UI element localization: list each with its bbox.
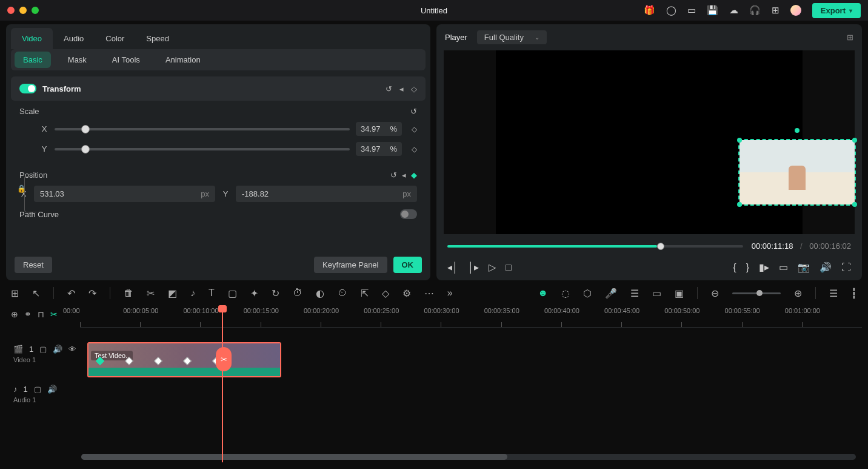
transform-toggle[interactable] xyxy=(19,84,36,93)
more-icon[interactable]: ⋯ xyxy=(424,288,434,299)
playhead[interactable] xyxy=(222,306,223,462)
reset-button[interactable]: Reset xyxy=(15,257,52,273)
export-button[interactable]: Export ▾ xyxy=(812,3,861,18)
ai-icon[interactable]: ☻ xyxy=(538,288,548,299)
snapshot-icon[interactable]: 📷 xyxy=(798,261,810,273)
pos-y-field[interactable] xyxy=(242,189,290,198)
scale-y-value[interactable]: 34.97 % xyxy=(356,142,402,156)
keyframe-tool-icon[interactable]: ◇ xyxy=(382,288,389,299)
preview-icon[interactable]: ◌ xyxy=(561,288,570,299)
subtab-mask[interactable]: Mask xyxy=(59,52,95,68)
tab-audio[interactable]: Audio xyxy=(53,28,95,49)
zoom-slider[interactable] xyxy=(732,292,781,294)
gift-icon[interactable]: 🎁 xyxy=(644,5,655,16)
shield-icon[interactable]: ⬡ xyxy=(583,288,592,299)
scale-reset-icon[interactable]: ↺ xyxy=(410,107,417,116)
zoom-in-icon[interactable]: ⊕ xyxy=(794,288,802,299)
folder-icon[interactable]: ▢ xyxy=(39,345,47,354)
add-track-icon[interactable]: ⊕ xyxy=(11,309,18,319)
scale-y-slider[interactable] xyxy=(55,148,350,150)
mark-in-icon[interactable]: { xyxy=(733,262,736,273)
record-icon[interactable]: ◯ xyxy=(666,5,676,16)
scrollbar-thumb[interactable] xyxy=(81,454,507,460)
mixer-icon[interactable]: ☰ xyxy=(630,288,639,299)
close-window[interactable] xyxy=(7,7,15,14)
user-avatar[interactable] xyxy=(790,5,801,16)
pointer-icon[interactable]: ↖ xyxy=(32,288,40,299)
keyframe-icon[interactable]: ◇ xyxy=(411,84,417,93)
apps-icon[interactable]: ⊞ xyxy=(772,5,780,16)
resize-handle-tl[interactable] xyxy=(737,138,742,143)
scale-x-slider[interactable] xyxy=(55,128,350,130)
timeline-clip[interactable]: Test Video.. xyxy=(87,342,281,377)
history-icon[interactable]: ↻ xyxy=(272,288,279,299)
eye-icon[interactable]: 👁 xyxy=(68,345,76,354)
headphones-icon[interactable]: 🎧 xyxy=(749,5,761,16)
cut-icon[interactable]: ✂ xyxy=(147,288,155,299)
subtab-basic[interactable]: Basic xyxy=(15,52,51,68)
prev-frame-icon[interactable]: ◂│ xyxy=(447,261,458,273)
tab-color[interactable]: Color xyxy=(95,28,135,49)
subtab-aitools[interactable]: AI Tools xyxy=(104,52,149,68)
magnet-icon[interactable]: ⊓ xyxy=(38,309,44,319)
quality-selector[interactable]: Full Quality ⌄ xyxy=(477,30,547,44)
scale-x-keyframe[interactable]: ◇ xyxy=(412,125,417,133)
split-button[interactable]: ✂ xyxy=(216,347,232,371)
tab-speed[interactable]: Speed xyxy=(135,28,180,49)
maximize-window[interactable] xyxy=(32,7,39,14)
timeline-scrollbar[interactable] xyxy=(81,454,856,460)
save-icon[interactable]: 💾 xyxy=(707,5,718,16)
music-icon[interactable]: ♪ xyxy=(190,288,195,299)
undo-icon[interactable]: ↶ xyxy=(67,288,75,299)
keyframe-marker[interactable] xyxy=(154,357,162,365)
folder-icon[interactable]: ▢ xyxy=(34,385,41,394)
ok-button[interactable]: OK xyxy=(393,257,422,273)
mark-out-icon[interactable]: } xyxy=(746,262,749,273)
prev-keyframe-icon[interactable]: ◂ xyxy=(399,84,404,93)
position-prev-kf-icon[interactable]: ◂ xyxy=(402,170,406,180)
lock-icon[interactable]: 🔒 xyxy=(17,184,26,193)
screen-icon[interactable]: ▭ xyxy=(687,5,696,16)
keyframe-marker[interactable] xyxy=(125,357,133,365)
fullscreen-icon[interactable]: ⛶ xyxy=(841,262,851,273)
subtab-animation[interactable]: Animation xyxy=(157,52,209,68)
zoom-out-icon[interactable]: ⊖ xyxy=(711,288,719,299)
keyframe-marker[interactable] xyxy=(183,357,192,365)
rotate-handle[interactable] xyxy=(795,128,800,133)
text-icon[interactable]: T xyxy=(209,288,215,299)
keyframe-marker[interactable] xyxy=(96,357,104,365)
frame-icon[interactable]: ▣ xyxy=(675,288,684,299)
stop-icon[interactable]: □ xyxy=(506,262,512,273)
render-icon[interactable]: ▭ xyxy=(652,288,661,299)
mute-icon[interactable]: 🔊 xyxy=(47,385,57,394)
position-reset-icon[interactable]: ↺ xyxy=(390,170,397,180)
minimize-window[interactable] xyxy=(19,7,27,14)
resize-handle-tr[interactable] xyxy=(852,138,857,143)
pos-y-input[interactable]: px xyxy=(236,186,417,202)
shape-icon[interactable]: ▢ xyxy=(228,288,237,299)
mute-icon[interactable]: 🔊 xyxy=(53,345,62,354)
link-icon[interactable]: ⚭ xyxy=(24,309,32,319)
timeline-ruler[interactable]: 00:00 00:00:05:00 00:00:10:00 00:00:15:0… xyxy=(80,306,862,328)
adjust-icon[interactable]: ⚙ xyxy=(402,288,411,299)
scrubber-thumb[interactable] xyxy=(657,243,664,250)
layout-grid-icon[interactable]: ⊞ xyxy=(847,33,853,42)
reset-icon[interactable]: ↺ xyxy=(386,84,392,93)
settings-icon[interactable]: ┇ xyxy=(851,288,857,299)
path-curve-toggle[interactable] xyxy=(400,209,417,219)
volume-icon[interactable]: 🔊 xyxy=(820,261,832,273)
tab-video[interactable]: Video xyxy=(11,28,53,49)
mic-icon[interactable]: 🎤 xyxy=(605,288,617,299)
overflow-icon[interactable]: » xyxy=(447,288,453,299)
keyframe-panel-button[interactable]: Keyframe Panel xyxy=(314,257,387,273)
delete-icon[interactable]: 🗑 xyxy=(124,288,133,299)
timer-icon[interactable]: ⏲ xyxy=(338,288,347,299)
selected-clip-frame[interactable] xyxy=(738,139,856,206)
crop-icon[interactable]: ◩ xyxy=(168,288,177,299)
pos-x-field[interactable] xyxy=(40,189,88,198)
player-scrubber[interactable] xyxy=(447,245,743,248)
scale-y-keyframe[interactable]: ◇ xyxy=(412,145,417,154)
play-icon[interactable]: ▷ xyxy=(489,261,496,273)
effects-icon[interactable]: ✦ xyxy=(250,288,258,299)
export-clip-icon[interactable]: ⇱ xyxy=(361,288,369,299)
